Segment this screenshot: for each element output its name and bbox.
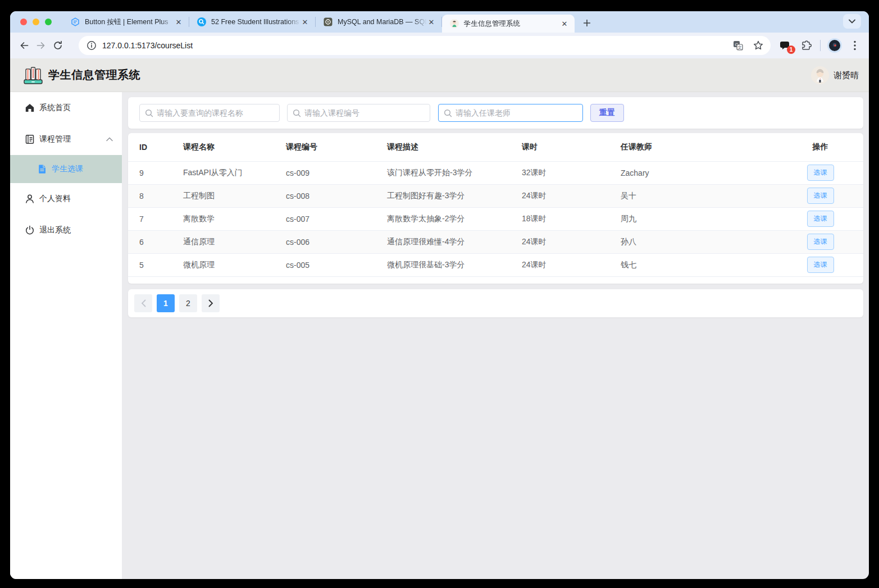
sidebar-item-label: 个人资料 <box>39 194 113 204</box>
course-table-panel: ID 课程名称 课程编号 课程描述 课时 任课教师 操作 9 FastAPI从零 <box>128 133 863 284</box>
header-user[interactable]: 谢赟晴 <box>811 58 859 92</box>
cell-course-code: cs-007 <box>275 207 376 230</box>
browser-window: Button 按钮 | Element Plus ✕ 52 Free Stude… <box>10 11 869 579</box>
pagination-page-1[interactable]: 1 <box>157 294 175 312</box>
sidebar-item-profile[interactable]: 个人资料 <box>10 183 122 215</box>
cell-id: 9 <box>128 161 172 184</box>
search-icon <box>444 109 452 117</box>
element-plus-icon <box>71 17 80 26</box>
svg-text:文: 文 <box>737 45 742 50</box>
course-name-search-input[interactable] <box>157 108 275 117</box>
cell-id: 7 <box>128 207 172 230</box>
home-icon <box>25 103 35 113</box>
sidebar-item-course-management[interactable]: 课程管理 <box>10 124 122 155</box>
sqlalchemy-icon <box>324 17 333 26</box>
extensions-puzzle-icon[interactable] <box>798 37 814 54</box>
kebab-menu-icon <box>854 40 856 51</box>
reload-icon <box>53 40 63 51</box>
tab-element-plus[interactable]: Button 按钮 | Element Plus ✕ <box>63 11 189 33</box>
pagination-next-button[interactable] <box>202 294 220 312</box>
window-minimize-button[interactable] <box>33 19 39 25</box>
tab-sqlalchemy[interactable]: MySQL and MariaDB — SQLA ✕ <box>316 11 441 33</box>
extension-badge: 1 <box>787 45 795 54</box>
select-course-button[interactable]: 选课 <box>807 257 834 273</box>
cell-hours: 18课时 <box>511 207 609 230</box>
search-icon <box>145 109 153 117</box>
browser-menu-button[interactable] <box>846 37 863 54</box>
table-row: 6 通信原理 cs-006 通信原理很难懂-4学分 24课时 孙八 选课 <box>128 230 863 253</box>
sidebar-item-label: 退出系统 <box>39 225 113 235</box>
reload-button[interactable] <box>49 37 66 54</box>
sidebar-item-student-course-selection[interactable]: 学生选课 <box>10 155 122 183</box>
column-header-teacher: 任课教师 <box>609 133 777 161</box>
extension-notification-icon[interactable]: 1 <box>777 37 794 54</box>
tab-title: Button 按钮 | Element Plus <box>85 17 174 27</box>
cell-course-desc: 通信原理很难懂-4学分 <box>376 230 511 253</box>
select-course-button[interactable]: 选课 <box>807 165 834 181</box>
chevron-up-icon <box>106 137 113 142</box>
site-info-icon[interactable] <box>86 40 97 51</box>
document-icon <box>37 164 47 174</box>
sidebar-item-logout[interactable]: 退出系统 <box>10 215 122 246</box>
translate-icon[interactable]: G文 <box>732 40 744 51</box>
teacher-search-field-focused[interactable] <box>438 104 583 122</box>
cell-id: 6 <box>128 230 172 253</box>
app-header: 学生信息管理系统 谢赟晴 <box>10 58 869 92</box>
table-row: 9 FastAPI从零入门 cs-009 该门课程从零开始-3学分 32课时 Z… <box>128 161 863 184</box>
close-icon[interactable]: ✕ <box>427 17 436 26</box>
close-icon[interactable]: ✕ <box>560 19 569 28</box>
profile-avatar[interactable] <box>826 37 843 54</box>
search-panel: 重置 <box>128 97 863 129</box>
new-tab-button[interactable] <box>579 15 595 31</box>
pagination-prev-button[interactable] <box>134 294 152 312</box>
course-code-search-input[interactable] <box>304 108 425 117</box>
cell-course-code: cs-005 <box>275 253 376 276</box>
bookmark-star-icon[interactable] <box>753 40 764 51</box>
table-row: 5 微机原理 cs-005 微机原理很基础-3学分 24课时 钱七 选课 <box>128 253 863 276</box>
window-zoom-button[interactable] <box>45 19 52 25</box>
column-header-id: ID <box>128 133 172 161</box>
cell-course-desc: 微机原理很基础-3学分 <box>376 253 511 276</box>
sidebar-item-home[interactable]: 系统首页 <box>10 92 122 124</box>
tab-student-system-active[interactable]: 学生信息管理系统 ✕ <box>442 15 575 33</box>
course-code-search-field[interactable] <box>287 104 430 122</box>
pagination-panel: 1 2 <box>128 289 863 317</box>
cell-id: 8 <box>128 184 172 207</box>
teacher-search-input[interactable] <box>456 108 578 117</box>
chevron-down-icon <box>849 19 855 24</box>
app-favicon-icon <box>450 19 459 28</box>
back-button[interactable] <box>16 37 33 54</box>
select-course-button[interactable]: 选课 <box>807 234 834 250</box>
cell-teacher: 吴十 <box>609 184 777 207</box>
close-icon[interactable]: ✕ <box>174 17 183 26</box>
cell-teacher: 周九 <box>609 207 777 230</box>
reset-button[interactable]: 重置 <box>590 104 624 122</box>
table-header-row: ID 课程名称 课程编号 课程描述 课时 任课教师 操作 <box>128 133 863 161</box>
close-icon[interactable]: ✕ <box>300 17 309 26</box>
cell-hours: 24课时 <box>511 230 609 253</box>
cell-course-name: FastAPI从零入门 <box>172 161 275 184</box>
app-logo-books-icon <box>22 66 44 85</box>
select-course-button[interactable]: 选课 <box>807 211 834 227</box>
chevron-left-icon <box>141 299 146 307</box>
forward-arrow-icon <box>36 40 46 51</box>
pagination-page-2[interactable]: 2 <box>179 294 197 312</box>
cell-hours: 24课时 <box>511 184 609 207</box>
url-text[interactable]: 127.0.0.1:5173/courseList <box>102 41 723 50</box>
cell-teacher: 孙八 <box>609 230 777 253</box>
chevron-right-icon <box>208 299 213 307</box>
iconfinder-icon <box>197 17 206 26</box>
window-close-button[interactable] <box>20 19 27 25</box>
tab-search-chevron-button[interactable] <box>843 14 861 29</box>
tab-title: 学生信息管理系统 <box>464 19 560 29</box>
user-avatar[interactable] <box>811 66 829 84</box>
plus-icon <box>583 19 591 27</box>
sidebar-item-label: 系统首页 <box>39 103 113 113</box>
tab-iconfinder[interactable]: 52 Free Student Illustrations ✕ <box>189 11 315 33</box>
user-name: 谢赟晴 <box>834 70 859 81</box>
select-course-button[interactable]: 选课 <box>807 188 834 204</box>
course-name-search-field[interactable] <box>139 104 280 122</box>
sidebar: 系统首页 课程管理 学生选课 个人资料 退出系统 <box>10 92 122 579</box>
address-bar[interactable]: 127.0.0.1:5173/courseList G文 <box>79 36 771 55</box>
forward-button[interactable] <box>33 37 49 54</box>
